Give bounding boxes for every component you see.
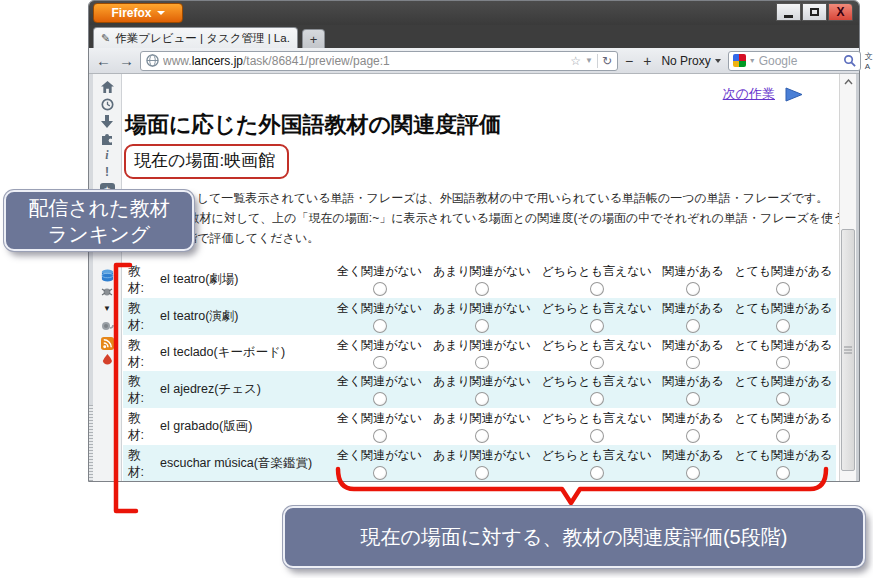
close-button[interactable]: X (828, 3, 853, 21)
option-label: あまり関連がない (433, 337, 531, 354)
annotation-callout-rating: 現在の場面に対する、教材の関連度評価(5段階) (283, 506, 865, 568)
radio-button[interactable] (686, 392, 700, 406)
proxy-label: No Proxy (661, 54, 710, 68)
material-name: el grabado(版画) (160, 408, 334, 445)
search-placeholder: Google (759, 54, 840, 68)
radio-button[interactable] (373, 429, 387, 443)
radio-button[interactable] (590, 429, 604, 443)
info-icon[interactable]: i (96, 147, 118, 163)
back-button[interactable]: ← (94, 53, 113, 68)
minimize-icon (784, 15, 793, 18)
zoom-in-button[interactable]: + (640, 54, 654, 68)
instruction-line: 「教材:~」として一覧表示されている単語・フレーズは、外国語教材の中で用いられて… (126, 188, 839, 208)
history-clock-icon[interactable] (96, 96, 118, 112)
radio-button[interactable] (590, 319, 604, 333)
material-name: el teatro(劇場) (160, 261, 334, 298)
option-label: 関連がある (663, 373, 724, 390)
scrollbar-thumb[interactable] (841, 229, 855, 471)
scrollbar-grip-icon (844, 345, 852, 356)
option-label: あまり関連がない (433, 263, 531, 280)
radio-button[interactable] (686, 282, 700, 296)
options-group: 全く関連がない あまり関連がない どちらとも言えない 関連がある とても関連があ… (337, 300, 832, 333)
rating-option: 関連がある (663, 373, 724, 406)
page-title: 場面に応じた外国語教材の関連度評価 (125, 110, 501, 140)
materials-table: 教材: el teatro(劇場) 全く関連がない あまり関連がない どちらとも… (123, 261, 836, 481)
option-label: とても関連がある (734, 410, 832, 427)
options-group: 全く関連がない あまり関連がない どちらとも言えない 関連がある とても関連があ… (337, 410, 832, 443)
annotation-left-bracket (104, 262, 142, 516)
radio-button[interactable] (373, 319, 387, 333)
radio-button[interactable] (776, 282, 790, 296)
radio-button[interactable] (776, 356, 790, 370)
radio-button[interactable] (590, 392, 604, 406)
url-prefix: www. (163, 54, 192, 68)
search-icon[interactable] (843, 54, 856, 67)
option-label: 関連がある (663, 447, 724, 464)
material-name: el teclado(キーボード) (160, 335, 334, 372)
maximize-button[interactable] (802, 3, 827, 21)
radio-button[interactable] (776, 319, 790, 333)
url-dropdown-icon[interactable]: ▼ (585, 57, 593, 65)
option-label: あまり関連がない (433, 373, 531, 390)
radio-button[interactable] (373, 282, 387, 296)
radio-button[interactable] (475, 392, 489, 406)
maximize-icon (810, 8, 819, 16)
radio-button[interactable] (373, 356, 387, 370)
options-group: 全く関連がない あまり関連がない どちらとも言えない 関連がある とても関連があ… (337, 373, 832, 406)
search-engine-dropdown-icon[interactable]: ▼ (749, 57, 756, 64)
new-tab-button[interactable]: + (302, 29, 325, 48)
window-right-edge (856, 74, 859, 481)
rating-option: 関連がある (663, 337, 724, 370)
option-label: 全く関連がない (337, 373, 422, 390)
bookmark-star-icon[interactable]: ☆ (570, 55, 581, 67)
vertical-scrollbar[interactable] (839, 74, 856, 481)
material-name: escuchar música(音楽鑑賞) (160, 445, 334, 481)
warning-icon[interactable]: ! (96, 164, 118, 180)
title-bar: Firefox X (89, 1, 859, 25)
tab-task-preview[interactable]: ✎ 作業プレビュー | タスク管理 | La... (93, 27, 298, 48)
chevron-down-icon (715, 59, 721, 63)
radio-button[interactable] (686, 429, 700, 443)
translate-addon-icon[interactable]: 文A (865, 53, 873, 69)
radio-button[interactable] (475, 282, 489, 296)
download-arrow-icon[interactable] (96, 113, 118, 129)
content-row: i ! ★ ▼ (89, 74, 859, 481)
search-input[interactable]: ▼ Google (728, 51, 861, 71)
radio-button[interactable] (776, 392, 790, 406)
zoom-out-button[interactable]: − (622, 54, 636, 68)
rating-option: あまり関連がない (433, 300, 531, 333)
radio-button[interactable] (373, 392, 387, 406)
radio-button[interactable] (590, 356, 604, 370)
reload-icon[interactable]: ↻ (602, 55, 612, 67)
radio-button[interactable] (686, 319, 700, 333)
forward-button[interactable]: → (117, 53, 136, 68)
minimize-button[interactable] (776, 3, 801, 21)
next-task-link[interactable]: 次の作業 (723, 85, 775, 103)
rating-option: とても関連がある (734, 337, 832, 370)
firefox-menu-button[interactable]: Firefox (93, 3, 183, 23)
radio-button[interactable] (776, 429, 790, 443)
radio-button[interactable] (590, 282, 604, 296)
radio-button[interactable] (686, 356, 700, 370)
globe-icon (146, 54, 159, 67)
material-name: el ajedrez(チェス) (160, 371, 334, 408)
rating-option: あまり関連がない (433, 337, 531, 370)
option-label: とても関連がある (734, 263, 832, 280)
radio-button[interactable] (475, 429, 489, 443)
sidebar-grippy[interactable] (89, 405, 93, 481)
option-label: 全く関連がない (337, 337, 422, 354)
radio-button[interactable] (475, 356, 489, 370)
home-icon[interactable] (96, 79, 118, 95)
annotation-callout-ranking: 配信された教材 ランキング (4, 190, 194, 251)
table-row: 教材: el ajedrez(チェス) 全く関連がない あまり関連がない どちら… (123, 371, 836, 408)
scroll-up-button[interactable] (840, 74, 856, 89)
option-label: あまり関連がない (433, 410, 531, 427)
tab-title: 作業プレビュー | タスク管理 | La... (115, 31, 290, 46)
url-bar[interactable]: www.lancers.jp/task/86841/preview/page:1… (140, 51, 618, 71)
radio-button[interactable] (475, 319, 489, 333)
option-label: どちらとも言えない (542, 337, 652, 354)
proxy-selector[interactable]: No Proxy (658, 54, 723, 68)
addons-puzzle-icon[interactable] (96, 130, 118, 146)
next-arrow-icon (785, 87, 803, 102)
rating-option: どちらとも言えない (542, 410, 652, 443)
